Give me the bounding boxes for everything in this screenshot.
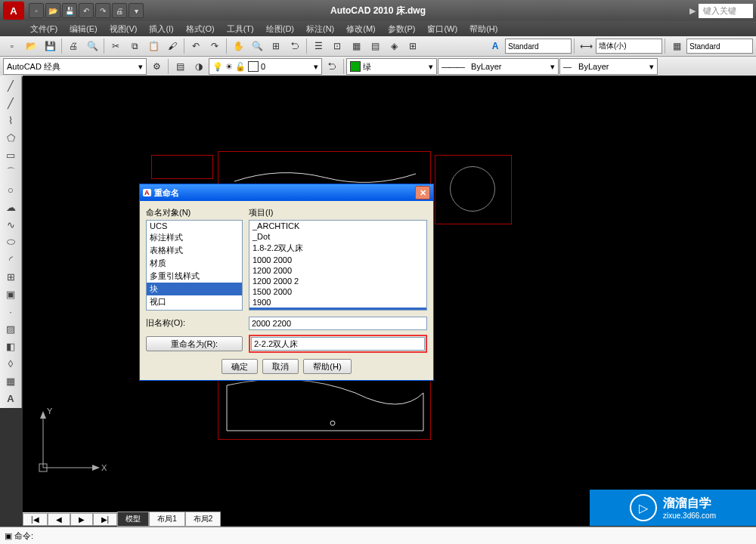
ellipse-icon[interactable]: ⬭ bbox=[2, 233, 20, 250]
xline-icon[interactable]: ╱ bbox=[2, 94, 20, 111]
layer-props-icon[interactable]: ▤ bbox=[171, 57, 189, 76]
point-icon[interactable]: · bbox=[2, 303, 20, 320]
quickcalc-icon[interactable]: ⊞ bbox=[404, 37, 422, 55]
gradient-icon[interactable]: ◧ bbox=[2, 338, 20, 354]
polygon-icon[interactable]: ⬠ bbox=[2, 129, 20, 146]
zoom-previous-icon[interactable]: ⮌ bbox=[286, 37, 304, 55]
list-item[interactable]: 块 bbox=[147, 283, 242, 295]
list-item[interactable]: 材质 bbox=[147, 257, 242, 270]
insert-block-icon[interactable]: ⊞ bbox=[2, 268, 20, 285]
mtext-icon[interactable]: A bbox=[2, 390, 20, 406]
tool-palette-icon[interactable]: ▦ bbox=[347, 37, 365, 55]
new-icon[interactable]: ▫ bbox=[29, 3, 44, 18]
menu-format[interactable]: 格式(O) bbox=[180, 22, 221, 36]
plot-preview-icon[interactable]: 🔍 bbox=[83, 37, 101, 55]
list-item[interactable]: 表格样式 bbox=[147, 244, 242, 257]
list-item[interactable]: 标注样式 bbox=[147, 231, 242, 244]
items-listbox[interactable]: _ARCHTICK_Dot1.8-2.2双人床1000 20001200 200… bbox=[249, 220, 427, 311]
plot-icon[interactable]: 🖨 bbox=[64, 37, 82, 55]
cut-icon[interactable]: ✂ bbox=[107, 37, 125, 55]
save-icon[interactable]: 💾 bbox=[62, 3, 77, 18]
layer-combo[interactable]: 💡 ☀ 🔓 0▾ bbox=[209, 58, 322, 75]
list-item[interactable]: 1500 2000 bbox=[249, 286, 426, 297]
properties-icon[interactable]: ☰ bbox=[309, 37, 327, 55]
list-item[interactable]: UCS bbox=[147, 221, 242, 231]
menu-edit[interactable]: 编辑(E) bbox=[64, 22, 104, 36]
menu-modify[interactable]: 修改(M) bbox=[340, 22, 382, 36]
make-block-icon[interactable]: ▣ bbox=[2, 286, 20, 302]
menu-parametric[interactable]: 参数(P) bbox=[382, 22, 422, 36]
list-item[interactable]: 1.8-2.2双人床 bbox=[249, 242, 426, 255]
table-style-combo[interactable]: Standard bbox=[686, 39, 753, 54]
linetype-combo[interactable]: ——— ByLayer▾ bbox=[438, 58, 559, 75]
command-line[interactable]: ▣ 命令: bbox=[0, 527, 756, 544]
oldname-input[interactable] bbox=[249, 317, 427, 330]
workspace-settings-icon[interactable]: ⚙ bbox=[147, 57, 166, 76]
tab-model[interactable]: 模型 bbox=[117, 512, 149, 527]
annoscale-combo[interactable]: 墙体(小) bbox=[596, 39, 662, 54]
list-item[interactable]: _ARCHTICK bbox=[249, 221, 426, 231]
sheet-set-icon[interactable]: ▤ bbox=[366, 37, 384, 55]
cancel-button[interactable]: 取消 bbox=[262, 359, 299, 374]
app-logo[interactable]: A bbox=[3, 2, 24, 20]
design-center-icon[interactable]: ⊡ bbox=[328, 37, 346, 55]
list-item[interactable]: 1200 2000 bbox=[249, 265, 426, 276]
zoom-realtime-icon[interactable]: 🔍 bbox=[248, 37, 266, 55]
list-item[interactable]: 视口 bbox=[147, 295, 242, 308]
color-combo[interactable]: 绿▾ bbox=[346, 58, 437, 75]
rename-to-button[interactable]: 重命名为(R): bbox=[146, 336, 243, 351]
dialog-titlebar[interactable]: A 重命名 ✕ bbox=[140, 184, 433, 201]
menu-tools[interactable]: 工具(T) bbox=[221, 22, 260, 36]
menu-view[interactable]: 视图(V) bbox=[104, 22, 144, 36]
redo-icon[interactable]: ↷ bbox=[95, 3, 110, 18]
dim-style-icon[interactable]: ⟷ bbox=[577, 37, 595, 55]
menu-draw[interactable]: 绘图(D) bbox=[260, 22, 300, 36]
layer-states-icon[interactable]: ◑ bbox=[190, 57, 208, 76]
newname-input[interactable] bbox=[251, 337, 425, 351]
revcloud-icon[interactable]: ☁ bbox=[2, 199, 20, 215]
search-input[interactable]: 键入关键 bbox=[699, 4, 753, 18]
region-icon[interactable]: ◊ bbox=[2, 355, 20, 372]
text-style-icon[interactable]: A bbox=[486, 37, 504, 55]
menu-help[interactable]: 帮助(H) bbox=[463, 22, 503, 36]
list-item[interactable]: 1200 2000 2 bbox=[249, 276, 426, 286]
menu-dimension[interactable]: 标注(N) bbox=[300, 22, 340, 36]
circle-icon[interactable]: ○ bbox=[2, 181, 20, 198]
line-icon[interactable]: ╱ bbox=[2, 77, 20, 94]
ellipse-arc-icon[interactable]: ◜ bbox=[2, 251, 20, 267]
objects-listbox[interactable]: UCS标注样式表格样式材质多重引线样式块视口视图图层文字样式线型 bbox=[146, 220, 243, 311]
list-item[interactable]: 视图 bbox=[147, 308, 242, 311]
qat-dropdown-icon[interactable]: ▾ bbox=[129, 3, 144, 18]
table-style-icon[interactable]: ▦ bbox=[668, 37, 686, 55]
ok-button[interactable]: 确定 bbox=[222, 359, 258, 374]
open-file-icon[interactable]: 📂 bbox=[22, 37, 40, 55]
polyline-icon[interactable]: ⌇ bbox=[2, 112, 20, 128]
undo-icon[interactable]: ↶ bbox=[187, 37, 205, 55]
open-icon[interactable]: 📂 bbox=[45, 3, 60, 18]
menu-window[interactable]: 窗口(W) bbox=[421, 22, 463, 36]
save-file-icon[interactable]: 💾 bbox=[41, 37, 59, 55]
print-icon[interactable]: 🖨 bbox=[112, 3, 127, 18]
tab-nav-prev[interactable]: ◀ bbox=[48, 513, 70, 526]
list-item[interactable]: 2000 2200 bbox=[249, 308, 426, 311]
list-item[interactable]: 多重引线样式 bbox=[147, 270, 242, 283]
lineweight-combo[interactable]: — ByLayer▾ bbox=[559, 58, 658, 75]
close-button[interactable]: ✕ bbox=[415, 186, 430, 199]
tab-nav-first[interactable]: |◀ bbox=[23, 513, 48, 526]
hatch-icon[interactable]: ▨ bbox=[2, 320, 20, 337]
pan-icon[interactable]: ✋ bbox=[229, 37, 247, 55]
markup-icon[interactable]: ◈ bbox=[385, 37, 403, 55]
text-style-combo[interactable]: Standard bbox=[505, 39, 572, 54]
new-file-icon[interactable]: ▫ bbox=[3, 37, 21, 55]
tab-nav-last[interactable]: ▶| bbox=[93, 513, 118, 526]
list-item[interactable]: 1900 bbox=[249, 297, 426, 308]
menu-insert[interactable]: 插入(I) bbox=[143, 22, 179, 36]
undo-icon[interactable]: ↶ bbox=[79, 3, 94, 18]
list-item[interactable]: _Dot bbox=[249, 231, 426, 242]
tab-layout1[interactable]: 布局1 bbox=[149, 512, 185, 527]
layer-previous-icon[interactable]: ⮌ bbox=[323, 57, 341, 76]
list-item[interactable]: 1000 2000 bbox=[249, 255, 426, 265]
spline-icon[interactable]: ∿ bbox=[2, 216, 20, 233]
paste-icon[interactable]: 📋 bbox=[144, 37, 163, 55]
copy-icon[interactable]: ⧉ bbox=[125, 37, 144, 55]
